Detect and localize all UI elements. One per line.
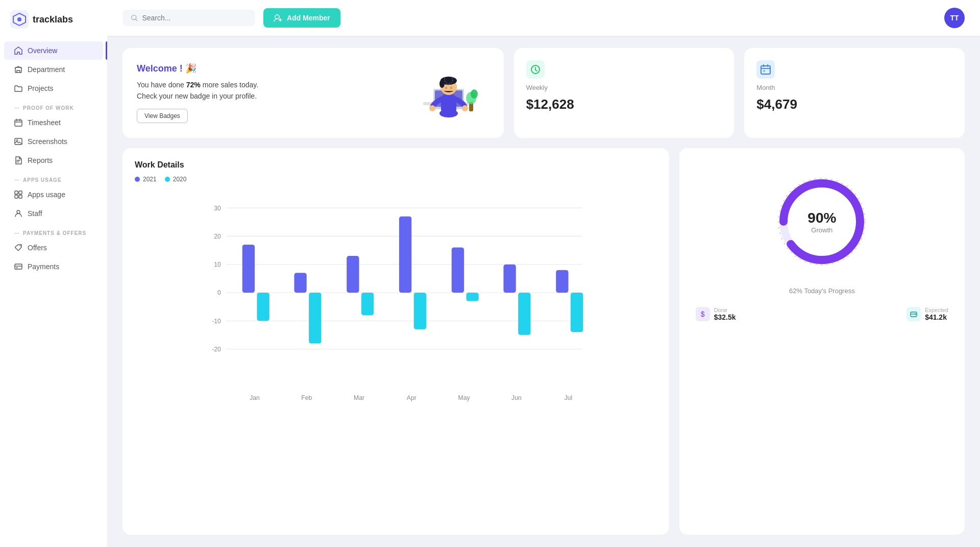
svg-point-28 (462, 105, 468, 111)
weekly-stat-card: Weekly $12,628 (514, 48, 734, 138)
legend-2021: 2021 (135, 176, 157, 183)
building-icon (14, 65, 22, 74)
calendar-month-icon (760, 64, 771, 75)
svg-text:20: 20 (214, 233, 221, 240)
legend-label-2020: 2020 (173, 176, 187, 183)
calendar-icon (14, 118, 22, 127)
svg-text:Jan: Jan (250, 394, 260, 401)
sidebar-section-apps: APPS USAGE Apps usage Staff (0, 170, 107, 223)
svg-rect-8 (19, 191, 22, 194)
wallet-icon (910, 311, 917, 318)
view-badges-button[interactable]: View Badges (137, 109, 188, 123)
sidebar-item-apps-usage-label: Apps usage (28, 191, 65, 199)
svg-rect-14 (16, 268, 18, 269)
bottom-row: Work Details 2021 2020 (122, 148, 965, 535)
search-input[interactable] (142, 14, 247, 22)
welcome-illustration (408, 62, 489, 124)
svg-text:-20: -20 (212, 346, 221, 353)
svg-point-2 (17, 17, 21, 21)
svg-rect-35 (763, 70, 765, 72)
svg-rect-9 (15, 195, 18, 198)
welcome-card: Welcome ! 🎉 You have done 72% more sales… (122, 48, 504, 138)
legend-dot-2021 (135, 177, 140, 182)
legend-label-2021: 2021 (143, 176, 157, 183)
svg-rect-61 (466, 293, 478, 301)
expected-stat-info: Expected $41.2k (925, 307, 948, 321)
sidebar-section-payments: PAYMENTS & OFFERS Offers Payments (0, 223, 107, 276)
svg-point-31 (471, 89, 478, 99)
progress-card: 90% Growth 62% Today's Progress $ Done $… (679, 148, 965, 535)
logo-icon (10, 10, 29, 29)
sidebar-item-overview[interactable]: Overview (4, 41, 103, 60)
svg-rect-21 (441, 94, 456, 114)
chart-legend: 2021 2020 (135, 176, 657, 183)
file-icon (14, 156, 22, 164)
welcome-greeting: Welcome ! 🎉 (137, 63, 258, 74)
add-member-button[interactable]: Add Member (263, 8, 340, 28)
sidebar-item-department-label: Department (28, 65, 65, 74)
svg-text:May: May (458, 394, 471, 401)
todays-progress-label: 62% Today's Progress (789, 287, 855, 295)
user-icon (14, 209, 22, 218)
svg-text:0: 0 (217, 289, 221, 296)
done-stat-icon: $ (696, 307, 710, 321)
sidebar-item-department[interactable]: Department (4, 60, 103, 79)
sidebar-item-timesheet[interactable]: Timesheet (4, 113, 103, 132)
sidebar-item-timesheet-label: Timesheet (28, 118, 61, 127)
svg-rect-55 (361, 293, 374, 315)
sidebar-item-reports[interactable]: Reports (4, 151, 103, 170)
app-logo: tracklabs (0, 10, 107, 41)
sidebar-item-screenshots-label: Screenshots (28, 137, 67, 146)
weekly-stat-value: $12,628 (526, 97, 722, 112)
work-details-chart: 30 20 10 0 -10 -20 Jan (135, 191, 657, 406)
add-member-icon (274, 13, 283, 22)
svg-point-12 (20, 246, 21, 247)
svg-rect-10 (19, 195, 22, 198)
svg-rect-66 (556, 270, 568, 293)
sidebar-item-screenshots[interactable]: Screenshots (4, 132, 103, 151)
svg-rect-5 (15, 138, 22, 145)
sidebar-item-projects[interactable]: Projects (4, 79, 103, 98)
svg-text:Apr: Apr (407, 394, 416, 401)
legend-dot-2020 (165, 177, 170, 182)
sidebar-item-apps-usage[interactable]: Apps usage (4, 185, 103, 204)
logo-text: tracklabs (33, 14, 73, 25)
expected-value: $41.2k (925, 313, 948, 321)
search-box (122, 10, 255, 26)
sidebar-item-payments[interactable]: Payments (4, 257, 103, 276)
folder-icon (14, 84, 22, 92)
sidebar-item-staff[interactable]: Staff (4, 204, 103, 223)
monthly-stat-value: $4,679 (756, 97, 952, 112)
progress-stats: $ Done $32.5k Expected $41.2k (692, 307, 952, 321)
sidebar: tracklabs Overview Department Projects P… (0, 0, 107, 547)
weekly-stat-label: Weekly (526, 84, 722, 91)
sidebar-section-payments-label: PAYMENTS & OFFERS (0, 223, 107, 238)
sidebar-section-proof: PROOF OF WORK Timesheet Screenshots Repo… (0, 98, 107, 170)
svg-point-11 (17, 210, 20, 213)
avatar-initials: TT (950, 14, 959, 22)
svg-rect-48 (242, 245, 255, 293)
sidebar-item-reports-label: Reports (28, 156, 53, 164)
monthly-stat-card: Month $4,679 (744, 48, 965, 138)
sidebar-item-overview-label: Overview (28, 46, 57, 55)
svg-rect-52 (309, 293, 321, 343)
content: Welcome ! 🎉 You have done 72% more sales… (107, 36, 980, 547)
expected-stat-icon (906, 307, 921, 321)
svg-text:10: 10 (214, 261, 221, 268)
image-icon (14, 137, 22, 146)
svg-point-6 (16, 140, 18, 141)
svg-rect-58 (414, 293, 426, 329)
clock-icon (530, 64, 541, 75)
sidebar-item-staff-label: Staff (28, 209, 42, 218)
sidebar-item-offers[interactable]: Offers (4, 239, 103, 257)
svg-text:Mar: Mar (354, 394, 364, 401)
chart-title: Work Details (135, 160, 657, 170)
expected-stat: Expected $41.2k (906, 307, 948, 321)
grid-icon (14, 191, 22, 199)
svg-point-27 (429, 105, 435, 111)
svg-rect-57 (399, 217, 411, 293)
avatar[interactable]: TT (944, 8, 965, 28)
done-label: Done (714, 307, 736, 313)
svg-text:30: 30 (214, 205, 221, 212)
svg-text:-10: -10 (212, 318, 221, 325)
